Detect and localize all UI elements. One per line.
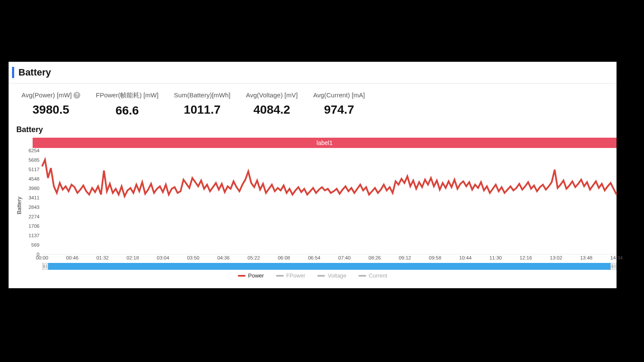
metric-3: Avg(Voltage) [mV]4084.2: [238, 91, 306, 118]
x-tick: 13:48: [580, 255, 592, 260]
metric-label: Sum(Battery)[mWh]: [174, 91, 231, 99]
time-scrubber[interactable]: [42, 263, 617, 270]
legend-swatch: [358, 275, 366, 277]
region-label-bar[interactable]: label1: [33, 138, 617, 148]
x-tick: 14:34: [611, 255, 623, 260]
series-power[interactable]: [42, 160, 617, 196]
metric-4: Avg(Current) [mA]974.7: [305, 91, 373, 118]
legend-label: Current: [369, 272, 387, 279]
metric-label: Avg(Power) [mW]?: [21, 91, 80, 99]
x-tick: 09:58: [429, 255, 441, 260]
metric-value: 974.7: [324, 103, 354, 117]
metric-value: 1011.7: [184, 103, 221, 117]
battery-panel: Battery Avg(Power) [mW]?3980.5FPower(帧能耗…: [9, 62, 617, 288]
metric-label: FPower(帧能耗) [mW]: [96, 91, 158, 100]
x-tick: 06:08: [278, 255, 290, 260]
scrubber-handle-right[interactable]: [611, 263, 617, 270]
plot-area[interactable]: [42, 151, 617, 254]
x-tick: 12:16: [519, 255, 532, 260]
legend-item-voltage[interactable]: Voltage: [317, 272, 346, 279]
legend-item-power[interactable]: Power: [238, 272, 264, 279]
y-tick: 3411: [28, 195, 39, 200]
legend-label: Power: [248, 272, 264, 279]
x-tick: 10:44: [459, 255, 472, 260]
y-tick: 1137: [28, 233, 39, 238]
x-tick: 00:00: [36, 255, 49, 260]
help-icon[interactable]: ?: [73, 92, 80, 99]
x-tick: 06:54: [308, 255, 320, 260]
metric-value: 4084.2: [253, 103, 290, 117]
x-tick: 03:50: [187, 255, 200, 260]
x-axis-ticks: 00:0000:4601:3202:1803:0403:5004:3605:22…: [42, 255, 617, 263]
x-tick: 04:36: [217, 255, 230, 260]
metric-2: Sum(Battery)[mWh]1011.7: [166, 91, 238, 118]
legend-swatch: [238, 275, 246, 277]
legend-label: Voltage: [328, 272, 346, 279]
y-axis-ticks: 0569113717062274284334113980454851175685…: [24, 151, 41, 254]
x-tick: 08:26: [368, 255, 381, 260]
panel-title: Battery: [18, 67, 51, 78]
metrics-row: Avg(Power) [mW]?3980.5FPower(帧能耗) [mW]66…: [9, 84, 617, 123]
plot: 0569113717062274284334113980454851175685…: [24, 151, 617, 263]
x-tick: 07:40: [338, 255, 351, 260]
metric-label: Avg(Current) [mA]: [313, 91, 365, 99]
x-tick: 03:04: [157, 255, 169, 260]
y-axis-title: Battery: [16, 196, 22, 214]
scrubber-track[interactable]: [48, 263, 611, 270]
y-tick: 5685: [28, 157, 39, 163]
metric-value: 66.6: [115, 104, 139, 118]
x-tick: 05:22: [248, 255, 260, 260]
legend-swatch: [276, 275, 284, 277]
metric-1: FPower(帧能耗) [mW]66.6: [88, 91, 166, 118]
chart-area: Battery 05691137170622742843341139804548…: [9, 148, 617, 263]
title-accent: [12, 67, 14, 78]
y-tick: 4548: [28, 176, 39, 181]
x-tick: 00:46: [66, 255, 79, 260]
x-tick: 09:12: [399, 255, 411, 260]
x-tick: 01:32: [96, 255, 109, 260]
y-tick: 569: [31, 242, 39, 247]
metric-label: Avg(Voltage) [mV]: [246, 91, 298, 99]
legend-label: FPower: [286, 272, 306, 279]
chart-title: Battery: [9, 123, 617, 138]
y-tick: 1706: [28, 223, 39, 229]
y-tick: 2843: [28, 205, 39, 210]
x-tick: 13:02: [550, 255, 562, 260]
legend-item-current[interactable]: Current: [358, 272, 387, 279]
legend-swatch: [317, 275, 325, 277]
y-tick: 2274: [28, 214, 39, 219]
metric-0: Avg(Power) [mW]?3980.5: [14, 91, 88, 118]
y-tick: 3980: [28, 186, 39, 191]
y-tick: 6254: [28, 148, 39, 153]
legend-item-fpower[interactable]: FPower: [276, 272, 306, 279]
x-tick: 02:18: [127, 255, 139, 260]
scrubber-handle-left[interactable]: [42, 263, 48, 270]
panel-header: Battery: [9, 62, 617, 84]
x-tick: 11:30: [489, 255, 502, 260]
chart-legend: PowerFPowerVoltageCurrent: [9, 270, 617, 279]
y-tick: 5117: [28, 167, 39, 172]
metric-value: 3980.5: [33, 103, 70, 117]
